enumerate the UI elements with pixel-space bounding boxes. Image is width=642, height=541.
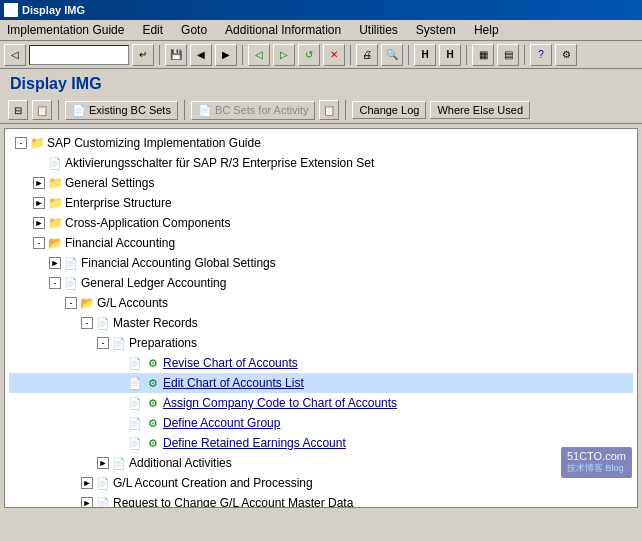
print-button[interactable]: 🖨 bbox=[356, 44, 378, 66]
label-edit[interactable]: Edit Chart of Accounts List bbox=[163, 374, 304, 392]
label-general: General Settings bbox=[65, 174, 154, 192]
toggle-enterprise[interactable]: ► bbox=[33, 197, 45, 209]
existing-bc-sets-button[interactable]: 📄 Existing BC Sets bbox=[65, 101, 178, 120]
doc-icon-glaccount: 📄 bbox=[95, 476, 111, 490]
nav-prev[interactable]: ◁ bbox=[248, 44, 270, 66]
tree-item-revise[interactable]: 📄 ⚙ Revise Chart of Accounts bbox=[9, 353, 633, 373]
toggle-prep[interactable]: - bbox=[97, 337, 109, 349]
stop-button[interactable]: ✕ bbox=[323, 44, 345, 66]
folder-icon-enterprise: 📁 bbox=[47, 196, 63, 210]
tree-item-aktivierung[interactable]: 📄 Aktivierungsschalter für SAP R/3 Enter… bbox=[9, 153, 633, 173]
tree-item-edit[interactable]: 📄 ⚙ Edit Chart of Accounts List bbox=[9, 373, 633, 393]
where-else-used-button[interactable]: Where Else Used bbox=[430, 101, 530, 119]
prev-button[interactable]: ◀ bbox=[190, 44, 212, 66]
settings-button[interactable]: ⚙ bbox=[555, 44, 577, 66]
command-field[interactable] bbox=[29, 45, 129, 65]
label-gl: General Ledger Accounting bbox=[81, 274, 226, 292]
tree-item-master[interactable]: - 📄 Master Records bbox=[9, 313, 633, 333]
label-prep: Preparations bbox=[129, 334, 197, 352]
menu-system[interactable]: System bbox=[413, 22, 459, 38]
toggle-master[interactable]: - bbox=[81, 317, 93, 329]
exec-icon-revise: ⚙ bbox=[145, 356, 161, 370]
tree-item-glaccount[interactable]: ► 📄 G/L Account Creation and Processing bbox=[9, 473, 633, 493]
menu-goto[interactable]: Goto bbox=[178, 22, 210, 38]
toggle-gl[interactable]: - bbox=[49, 277, 61, 289]
title-bar: Display IMG bbox=[0, 0, 642, 20]
back-button[interactable]: ◁ bbox=[4, 44, 26, 66]
label-definere[interactable]: Define Retained Earnings Account bbox=[163, 434, 346, 452]
menu-implementation-guide[interactable]: Implementation Guide bbox=[4, 22, 127, 38]
next-button[interactable]: ▶ bbox=[215, 44, 237, 66]
collapse-all-button[interactable]: 📋 bbox=[32, 100, 52, 120]
save-button[interactable]: 💾 bbox=[165, 44, 187, 66]
label-addact: Additional Activities bbox=[129, 454, 232, 472]
tree-item-addact[interactable]: ► 📄 Additional Activities bbox=[9, 453, 633, 473]
label-finglobal: Financial Accounting Global Settings bbox=[81, 254, 276, 272]
expand-all-button[interactable]: ⊟ bbox=[8, 100, 28, 120]
btn-h2[interactable]: H bbox=[439, 44, 461, 66]
label-glacc: G/L Accounts bbox=[97, 294, 168, 312]
label-defineag[interactable]: Define Account Group bbox=[163, 414, 280, 432]
menu-utilities[interactable]: Utilities bbox=[356, 22, 401, 38]
tree-item-general[interactable]: ► 📁 General Settings bbox=[9, 173, 633, 193]
folder-icon-finacc: 📂 bbox=[47, 236, 63, 250]
btn-h1[interactable]: H bbox=[414, 44, 436, 66]
doc-icon-master: 📄 bbox=[95, 316, 111, 330]
page-header: Display IMG bbox=[0, 69, 642, 97]
tree-item-finacc[interactable]: - 📂 Financial Accounting bbox=[9, 233, 633, 253]
toggle-finglobal[interactable]: ► bbox=[49, 257, 61, 269]
toggle-finacc[interactable]: - bbox=[33, 237, 45, 249]
toggle-glaccount[interactable]: ► bbox=[81, 477, 93, 489]
toggle-request[interactable]: ► bbox=[81, 497, 93, 508]
menu-edit[interactable]: Edit bbox=[139, 22, 166, 38]
folder-icon-glacc: 📂 bbox=[79, 296, 95, 310]
doc-icon-aktivierung: 📄 bbox=[47, 156, 63, 170]
content-wrapper: - 📁 SAP Customizing Implementation Guide… bbox=[0, 128, 642, 508]
separator-6 bbox=[524, 45, 525, 65]
tree-item-assign[interactable]: 📄 ⚙ Assign Company Code to Chart of Acco… bbox=[9, 393, 633, 413]
find-button[interactable]: 🔍 bbox=[381, 44, 403, 66]
change-log-button[interactable]: Change Log bbox=[352, 101, 426, 119]
menu-help[interactable]: Help bbox=[471, 22, 502, 38]
label-assign[interactable]: Assign Company Code to Chart of Accounts bbox=[163, 394, 397, 412]
folder-icon-cross: 📁 bbox=[47, 216, 63, 230]
exec-icon-definere: ⚙ bbox=[145, 436, 161, 450]
tree-item-finglobal[interactable]: ► 📄 Financial Accounting Global Settings bbox=[9, 253, 633, 273]
tree-item-gl[interactable]: - 📄 General Ledger Accounting bbox=[9, 273, 633, 293]
layout-btn1[interactable]: ▦ bbox=[472, 44, 494, 66]
label-finacc: Financial Accounting bbox=[65, 234, 175, 252]
label-cross: Cross-Application Components bbox=[65, 214, 230, 232]
folder-icon-general: 📁 bbox=[47, 176, 63, 190]
toolbar: ◁ ↵ 💾 ◀ ▶ ◁ ▷ ↺ ✕ 🖨 🔍 H H ▦ ▤ ? ⚙ bbox=[0, 41, 642, 69]
toggle-cross[interactable]: ► bbox=[33, 217, 45, 229]
toggle-addact[interactable]: ► bbox=[97, 457, 109, 469]
separator-4 bbox=[408, 45, 409, 65]
tree-item-defineag[interactable]: 📄 ⚙ Define Account Group bbox=[9, 413, 633, 433]
tree-item-root[interactable]: - 📁 SAP Customizing Implementation Guide bbox=[9, 133, 633, 153]
doc-icon-revise: 📄 bbox=[127, 356, 143, 370]
tree-item-definere[interactable]: 📄 ⚙ Define Retained Earnings Account bbox=[9, 433, 633, 453]
toggle-glacc[interactable]: - bbox=[65, 297, 77, 309]
tree-item-glacc[interactable]: - 📂 G/L Accounts bbox=[9, 293, 633, 313]
bc-activity-extra[interactable]: 📋 bbox=[319, 100, 339, 120]
watermark: 51CTO.com 技术博客 Blog bbox=[561, 447, 632, 478]
doc-icon-gl: 📄 bbox=[63, 276, 79, 290]
nav-next[interactable]: ▷ bbox=[273, 44, 295, 66]
bc-sets-activity-button[interactable]: 📄 BC Sets for Activity bbox=[191, 101, 316, 120]
main-content: - 📁 SAP Customizing Implementation Guide… bbox=[4, 128, 638, 508]
menu-additional-information[interactable]: Additional Information bbox=[222, 22, 344, 38]
help-button[interactable]: ? bbox=[530, 44, 552, 66]
enter-button[interactable]: ↵ bbox=[132, 44, 154, 66]
toggle-root[interactable]: - bbox=[15, 137, 27, 149]
refresh-button[interactable]: ↺ bbox=[298, 44, 320, 66]
tree-item-request[interactable]: ► 📄 Request to Change G/L Account Master… bbox=[9, 493, 633, 508]
exec-icon-assign: ⚙ bbox=[145, 396, 161, 410]
tree-item-enterprise[interactable]: ► 📁 Enterprise Structure bbox=[9, 193, 633, 213]
tree-item-cross[interactable]: ► 📁 Cross-Application Components bbox=[9, 213, 633, 233]
label-master: Master Records bbox=[113, 314, 198, 332]
exec-icon-edit: ⚙ bbox=[145, 376, 161, 390]
toggle-general[interactable]: ► bbox=[33, 177, 45, 189]
tree-item-prep[interactable]: - 📄 Preparations bbox=[9, 333, 633, 353]
label-revise[interactable]: Revise Chart of Accounts bbox=[163, 354, 298, 372]
layout-btn2[interactable]: ▤ bbox=[497, 44, 519, 66]
